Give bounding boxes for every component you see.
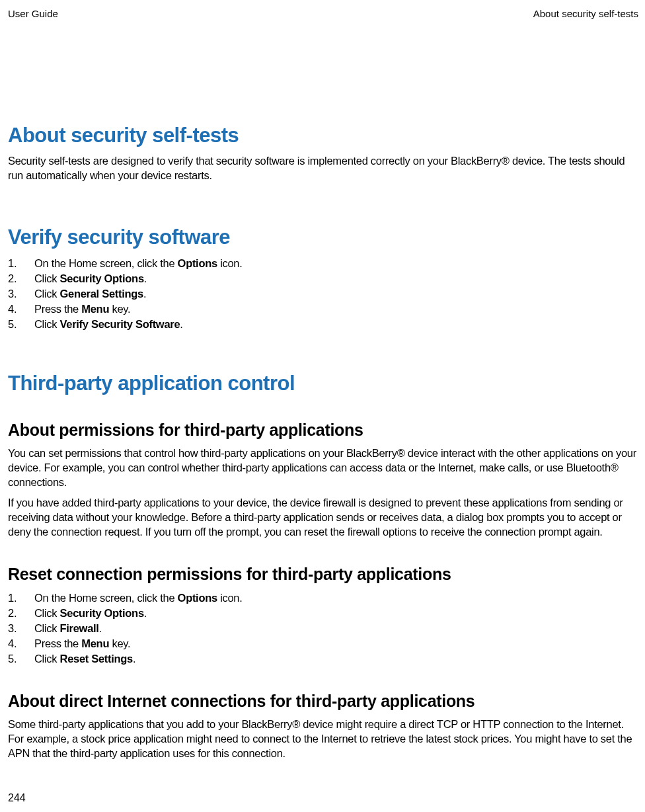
- list-item: 1.On the Home screen, click the Options …: [8, 590, 638, 606]
- paragraph: You can set permissions that control how…: [8, 446, 638, 489]
- list-item: 4.Press the Menu key.: [8, 636, 638, 651]
- subheading-about-permissions: About permissions for third-party applic…: [8, 421, 638, 440]
- step-number: 3.: [8, 621, 20, 636]
- verify-steps-list: 1.On the Home screen, click the Options …: [8, 256, 638, 332]
- step-number: 4.: [8, 636, 20, 651]
- bold-term: Options: [178, 592, 217, 604]
- bold-term: Options: [178, 257, 217, 269]
- bold-term: Menu: [81, 303, 109, 315]
- step-number: 3.: [8, 286, 20, 302]
- step-number: 2.: [8, 271, 20, 286]
- step-number: 4.: [8, 302, 20, 317]
- bold-term: Security Options: [60, 607, 144, 619]
- bold-term: Menu: [81, 637, 109, 649]
- step-number: 1.: [8, 256, 20, 271]
- page: User Guide About security self-tests Abo…: [0, 0, 645, 812]
- list-item: 3.Click General Settings.: [8, 286, 638, 302]
- step-number: 1.: [8, 590, 20, 606]
- bold-term: Reset Settings: [60, 653, 133, 665]
- list-item: 3.Click Firewall.: [8, 621, 638, 636]
- bold-term: General Settings: [60, 288, 143, 300]
- list-item: 1.On the Home screen, click the Options …: [8, 256, 638, 271]
- paragraph: Some third-party applications that you a…: [8, 717, 638, 760]
- header-right: About security self-tests: [533, 8, 638, 19]
- list-item: 2.Click Security Options.: [8, 606, 638, 621]
- page-content: About security self-tests Security self-…: [8, 19, 638, 760]
- bold-term: Firewall: [60, 622, 99, 634]
- paragraph: Security self-tests are designed to veri…: [8, 154, 638, 183]
- list-item: 5.Click Verify Security Software.: [8, 317, 638, 332]
- page-header: User Guide About security self-tests: [8, 8, 638, 19]
- list-item: 2.Click Security Options.: [8, 271, 638, 286]
- header-left: User Guide: [8, 8, 58, 19]
- page-number: 244: [8, 792, 26, 804]
- heading-third-party-application-control: Third-party application control: [8, 372, 638, 395]
- subheading-about-direct-internet-connections: About direct Internet connections for th…: [8, 692, 638, 711]
- subheading-reset-connection-permissions: Reset connection permissions for third-p…: [8, 565, 638, 584]
- list-item: 5.Click Reset Settings.: [8, 651, 638, 667]
- reset-steps-list: 1.On the Home screen, click the Options …: [8, 590, 638, 667]
- bold-term: Security Options: [60, 272, 144, 284]
- bold-term: Verify Security Software: [60, 318, 180, 330]
- paragraph: If you have added third-party applicatio…: [8, 496, 638, 539]
- step-number: 5.: [8, 651, 20, 667]
- step-number: 5.: [8, 317, 20, 332]
- heading-about-security-self-tests: About security self-tests: [8, 124, 638, 147]
- heading-verify-security-software: Verify security software: [8, 225, 638, 249]
- step-number: 2.: [8, 606, 20, 621]
- list-item: 4.Press the Menu key.: [8, 302, 638, 317]
